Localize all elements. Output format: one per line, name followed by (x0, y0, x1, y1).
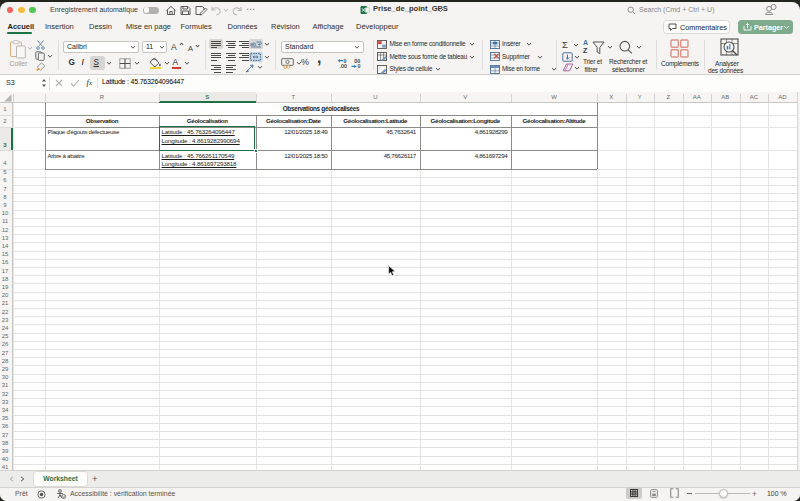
svg-text:.00: .00 (340, 63, 348, 69)
svg-text:ab: ab (250, 40, 256, 46)
svg-text:0: 0 (358, 63, 361, 69)
